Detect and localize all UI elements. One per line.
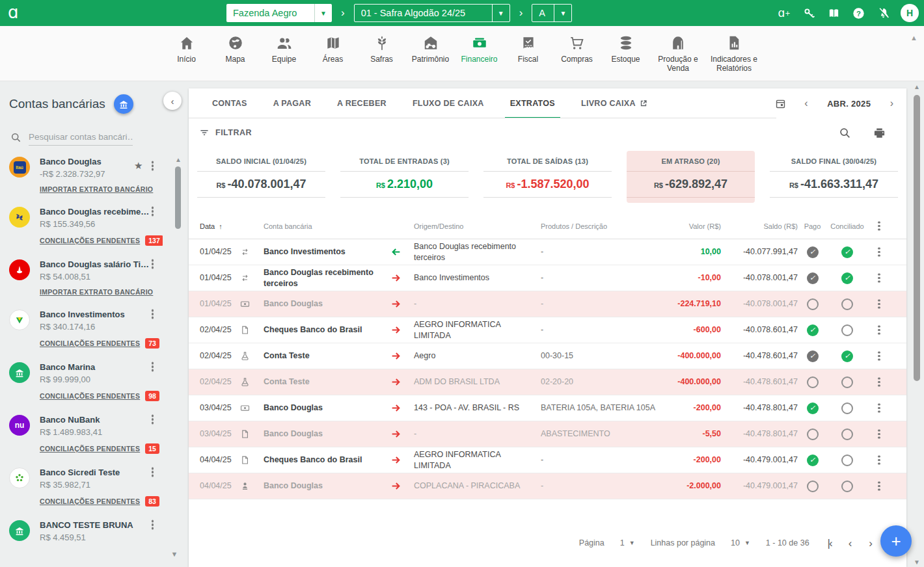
notifications-off-icon[interactable] (876, 6, 890, 20)
row-menu-button[interactable] (878, 407, 880, 410)
nav-indicadores-relatorios[interactable]: Indicadores e Relatórios (706, 34, 762, 73)
reconciled-status-icon[interactable] (841, 324, 853, 336)
card-total-saidas[interactable]: TOTAL DE SAÍDAS (13) R$-1.587.520,00 (483, 151, 612, 203)
field-selector[interactable]: A ▼ (532, 4, 572, 22)
nav-equipe[interactable]: Equipe (260, 34, 308, 64)
tab-a-pagar[interactable]: A PAGAR (260, 88, 324, 118)
column-produtos-descricao[interactable]: Produtos / Descrição (541, 222, 661, 230)
help-icon[interactable] (851, 6, 865, 20)
row-menu-button[interactable] (878, 329, 880, 332)
key-icon[interactable] (802, 6, 816, 20)
row-menu-button[interactable] (878, 277, 880, 280)
column-pago[interactable]: Pago (798, 222, 827, 230)
star-icon[interactable]: ★ (134, 160, 143, 172)
first-page-button[interactable]: |‹ (828, 538, 832, 549)
reconciled-status-icon[interactable] (841, 455, 853, 466)
row-menu-button[interactable] (878, 355, 880, 358)
scroll-up-icon[interactable]: ▲ (912, 83, 922, 90)
table-row[interactable]: 01/04/25 Banco Douglas recebimento terce… (189, 265, 906, 291)
reconciled-status-icon[interactable] (841, 298, 853, 310)
paid-status-icon[interactable] (807, 376, 819, 388)
table-row[interactable]: 03/04/25 Banco Douglas 143 - POA - AV. B… (189, 395, 906, 421)
table-row[interactable]: 03/04/25 Banco Douglas - ABASTECIMENTO -… (189, 421, 906, 447)
table-row[interactable]: 02/04/25 Cheques Banco do Brasil AEGRO I… (189, 317, 906, 343)
table-menu-button[interactable] (878, 225, 880, 228)
page-scrollbar[interactable]: ▲ ▼ (912, 83, 922, 567)
nav-financeiro[interactable]: Financeiro (455, 34, 504, 64)
paid-status-icon[interactable] (807, 298, 819, 310)
pending-reconciliations-link[interactable]: CONCILIAÇÕES PENDENTES (40, 237, 140, 244)
nav-compras[interactable]: Compras (552, 34, 601, 64)
list-item[interactable]: Banco Douglas recebime…R$ 155.349,56 CON… (9, 207, 163, 246)
paid-status-icon[interactable] (807, 481, 819, 492)
column-valor[interactable]: Valor (R$) (661, 222, 721, 230)
paid-status-icon[interactable] (807, 429, 819, 440)
list-item[interactable]: Banco Sicredi TesteR$ 35.982,71 CONCILIA… (9, 468, 163, 507)
tab-fluxo-de-caixa[interactable]: FLUXO DE CAIXA (400, 88, 497, 118)
nav-safras[interactable]: Safras (357, 34, 406, 64)
aegro-plus-icon[interactable]: ɑ+ (777, 6, 791, 20)
card-saldo-inicial[interactable]: SALDO INICIAL (01/04/25) R$-40.078.001,4… (197, 151, 325, 203)
reconciled-status-icon[interactable] (841, 402, 853, 414)
search-icon[interactable] (839, 127, 851, 139)
previous-page-button[interactable]: ‹ (849, 538, 852, 549)
next-month-button[interactable]: › (888, 98, 896, 109)
tab-livro-caixa[interactable]: LIVRO CAIXA (568, 88, 660, 118)
card-saldo-final[interactable]: SALDO FINAL (30/04/25) R$-41.663.311,47 (770, 151, 898, 203)
list-item[interactable]: Banco Douglas salário Ti…R$ 54.008,51 IM… (9, 259, 163, 296)
nav-producao-venda[interactable]: Produção e Venda (650, 34, 706, 73)
page-select[interactable]: 1▼ (620, 538, 635, 547)
nav-fiscal[interactable]: Fiscal (504, 34, 552, 64)
next-page-button[interactable]: › (869, 538, 873, 549)
list-item[interactable]: Itaú Banco Douglas-R$ 2.328.732,97 ★ IMP… (9, 157, 163, 193)
list-item[interactable]: Banco InvestimentosR$ 340.174,16 CONCILI… (9, 310, 163, 349)
column-data[interactable]: Data↑ (200, 222, 240, 230)
table-row[interactable]: 01/04/25 Banco Douglas - - -224.719,10 -… (189, 291, 906, 317)
previous-month-button[interactable]: ‹ (802, 98, 810, 109)
scroll-up-icon[interactable]: ▲ (173, 156, 183, 163)
list-item[interactable]: nu Banco NuBankR$ 1.489.983,41 CONCILIAÇ… (9, 415, 163, 454)
account-menu-button[interactable] (152, 523, 154, 526)
pending-reconciliations-link[interactable]: CONCILIAÇÕES PENDENTES (40, 445, 140, 453)
tab-contas[interactable]: CONTAS (199, 88, 260, 118)
column-conciliado[interactable]: Conciliado (827, 222, 867, 230)
column-conta-bancaria[interactable]: Conta bancária (264, 222, 390, 230)
reconciled-status-icon[interactable] (841, 272, 853, 284)
tab-extratos[interactable]: EXTRATOS (497, 88, 568, 118)
column-origem-destino[interactable]: Origem/Destino (414, 222, 541, 230)
account-menu-button[interactable] (152, 418, 154, 421)
paid-status-icon[interactable] (807, 455, 819, 466)
row-menu-button[interactable] (878, 459, 880, 462)
paid-status-icon[interactable] (807, 324, 819, 336)
scrollbar-thumb[interactable] (175, 166, 181, 229)
account-menu-button[interactable] (152, 471, 154, 473)
season-selector[interactable]: 01 - Safra Algodão 24/25 ▼ (354, 4, 510, 22)
account-menu-button[interactable] (152, 263, 154, 265)
account-menu-button[interactable] (152, 313, 154, 315)
farm-selector[interactable]: Fazenda Aegro ▼ (226, 4, 332, 22)
sidebar-scrollbar[interactable]: ▲ (173, 156, 183, 566)
calendar-icon[interactable] (775, 98, 786, 109)
account-menu-button[interactable] (152, 365, 154, 368)
nav-patrimonio[interactable]: Patrimônio (406, 34, 455, 64)
paid-status-icon[interactable] (807, 402, 819, 414)
card-em-atraso[interactable]: EM ATRASO (20) R$-629.892,47 (627, 151, 755, 203)
filter-button[interactable]: FILTRAR (199, 127, 252, 138)
reconciled-status-icon[interactable] (841, 350, 853, 362)
column-saldo[interactable]: Saldo (R$) (721, 222, 798, 230)
row-menu-button[interactable] (878, 485, 880, 488)
add-bank-account-button[interactable] (114, 94, 133, 114)
user-avatar[interactable]: H (901, 4, 919, 22)
import-statement-link[interactable]: IMPORTAR EXTRATO BANCÁRIO (40, 185, 153, 193)
account-menu-button[interactable] (152, 165, 154, 167)
nav-inicio[interactable]: Início (162, 34, 211, 64)
book-icon[interactable] (826, 6, 841, 20)
table-row[interactable]: 04/04/25 Banco Douglas COPLACANA - PIRAC… (189, 473, 906, 499)
table-row[interactable]: 02/04/25 Conta Teste Aegro 00-30-15 -400… (189, 343, 906, 369)
nav-mapa[interactable]: Mapa (211, 34, 260, 64)
account-menu-button[interactable] (152, 210, 154, 213)
import-statement-link[interactable]: IMPORTAR EXTRATO BANCÁRIO (40, 288, 153, 296)
row-menu-button[interactable] (878, 251, 880, 254)
list-item[interactable]: Banco MarinaR$ 99.999,00 CONCILIAÇÕES PE… (9, 362, 163, 401)
row-menu-button[interactable] (878, 381, 880, 384)
